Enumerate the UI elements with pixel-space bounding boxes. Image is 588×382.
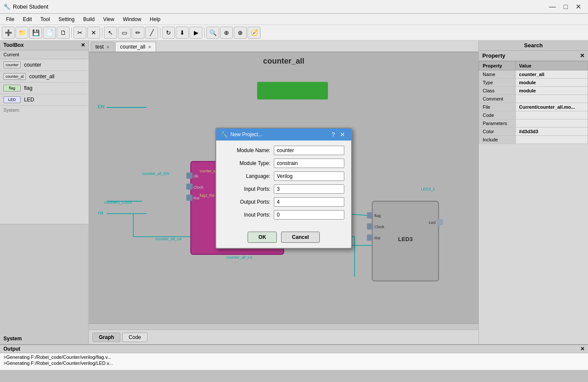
- dialog-input-module-type[interactable]: [274, 159, 344, 168]
- property-close-button[interactable]: ✕: [580, 52, 585, 59]
- main-layout: ToolBox ✕ Current countercountercounter_…: [0, 40, 588, 344]
- tabs-bar: test✕counter_all✕: [89, 40, 478, 52]
- dialog-cancel-button[interactable]: Cancel: [281, 232, 319, 243]
- property-row-color: Color #d3d3d3: [479, 128, 588, 136]
- save-as-button[interactable]: 📄: [43, 27, 56, 39]
- menubar-item-help[interactable]: Help: [146, 15, 165, 24]
- toolbox-item-counter[interactable]: countercounter: [0, 59, 89, 71]
- property-row-type: Type module: [479, 79, 588, 87]
- toolbox-close-button[interactable]: ✕: [81, 42, 85, 48]
- bottom-tab-code[interactable]: Code: [122, 333, 147, 342]
- property-value-3: [515, 95, 588, 103]
- rotate-button[interactable]: ↻: [162, 27, 175, 39]
- dialog-ok-button[interactable]: OK: [248, 232, 277, 243]
- select-box-button[interactable]: ▭: [118, 27, 131, 39]
- save-button[interactable]: 💾: [29, 27, 42, 39]
- canvas-viewport[interactable]: counter_all EN rst counter1_Clock counte…: [89, 52, 478, 324]
- minimize-button[interactable]: —: [545, 2, 559, 12]
- dialog-titlebar: 🔧 New Project... ? ✕: [216, 128, 351, 141]
- cross-button[interactable]: ⊕: [220, 27, 233, 39]
- property-key-6: Parameters: [479, 119, 516, 128]
- system-section-label: System: [0, 106, 89, 224]
- property-value-6: [515, 119, 588, 128]
- output-header: Output ✕: [0, 345, 588, 353]
- property-key-2: Class: [479, 87, 516, 95]
- property-panel: Search Property ✕ Property Value Name co…: [478, 40, 588, 344]
- dialog-input-language[interactable]: [274, 171, 344, 181]
- value-col-header: Value: [515, 61, 588, 70]
- pencil-button[interactable]: ✏: [132, 27, 144, 39]
- toolbox-item-flag[interactable]: flagflag: [0, 83, 89, 94]
- cut-button[interactable]: ✂: [74, 27, 86, 39]
- menubar-item-file[interactable]: File: [2, 15, 18, 24]
- dialog-help-button[interactable]: ?: [330, 131, 337, 138]
- dialog-input-output-ports[interactable]: [274, 197, 344, 207]
- toolbox-label-flag: flag: [24, 85, 32, 91]
- new-button[interactable]: ➕: [2, 27, 15, 39]
- open-button[interactable]: 📁: [15, 27, 28, 39]
- horizontal-scrollbar[interactable]: [89, 324, 478, 330]
- bottom-tabs: GraphCode: [89, 330, 478, 344]
- tab-label-test: test: [95, 44, 104, 50]
- dialog-label-output-ports: Output Ports:: [223, 199, 270, 205]
- property-value-5: [515, 111, 588, 119]
- menubar-item-window[interactable]: Window: [119, 15, 146, 24]
- dialog-input-input-ports[interactable]: [274, 184, 344, 194]
- property-row-name: Name counter_all: [479, 70, 588, 79]
- output-close-button[interactable]: ✕: [580, 346, 585, 352]
- pointer-button[interactable]: ↖: [104, 27, 117, 39]
- toolbox-label-led: LED: [24, 97, 34, 103]
- nav-button[interactable]: 🧭: [248, 27, 260, 39]
- dialog-label-input-ports: Input Ports:: [223, 186, 270, 192]
- toolbox-chip-flag: flag: [3, 85, 21, 92]
- tab-close-test[interactable]: ✕: [106, 45, 110, 49]
- maximize-button[interactable]: □: [560, 2, 571, 12]
- run-button[interactable]: ▶: [190, 27, 202, 39]
- property-key-5: Code: [479, 111, 516, 119]
- delete-button[interactable]: ✕: [87, 27, 100, 39]
- property-row-comment: Comment: [479, 95, 588, 103]
- dialog-row-input-ports: Input Ports:: [223, 184, 344, 194]
- tab-close-counter_all[interactable]: ✕: [148, 45, 151, 49]
- toolbox: ToolBox ✕ Current countercountercounter_…: [0, 40, 89, 344]
- property-value-1: module: [515, 79, 588, 87]
- menubar-item-setting[interactable]: Setting: [54, 15, 79, 24]
- wire-button[interactable]: ╱: [145, 27, 158, 39]
- property-col-header: Property: [479, 61, 516, 70]
- close-button[interactable]: ✕: [572, 2, 585, 12]
- tab-counter_all[interactable]: counter_all✕: [115, 42, 156, 52]
- toolbox-chip-led: LED: [3, 96, 21, 103]
- toolbox-item-led[interactable]: LEDLED: [0, 94, 89, 106]
- dialog-titlebar-controls[interactable]: ? ✕: [330, 131, 347, 138]
- dialog-overlay: 🔧 New Project... ? ✕ Module Name: Module…: [89, 52, 478, 324]
- bottom-tab-graph[interactable]: Graph: [92, 333, 120, 342]
- property-key-8: Include: [479, 136, 516, 144]
- menubar-item-view[interactable]: View: [99, 15, 119, 24]
- output-content: >Generating F:/Robei_code/Counter/verilo…: [0, 353, 588, 370]
- zoom-fit-button[interactable]: 🔍: [206, 27, 219, 39]
- menubar-item-build[interactable]: Build: [79, 15, 99, 24]
- toolbar-separator: [204, 28, 205, 38]
- toolbar-separator: [71, 28, 72, 38]
- output-line-1: >Generating F:/Robei_code/Counter/verilo…: [3, 360, 585, 366]
- dialog-row-module-type: Module Type:: [223, 159, 344, 168]
- dialog-close-button[interactable]: ✕: [338, 131, 347, 138]
- menubar-item-tool[interactable]: Tool: [36, 15, 54, 24]
- toolbox-chip-counter: counter: [3, 61, 21, 68]
- dialog-input-inout-ports[interactable]: [274, 210, 344, 220]
- dialog-title: New Project...: [230, 131, 263, 138]
- property-value-8: [515, 136, 588, 144]
- menubar-item-edit[interactable]: Edit: [18, 15, 36, 24]
- dialog-input-module-name[interactable]: [274, 146, 344, 155]
- add-node-button[interactable]: ⊕: [234, 27, 247, 39]
- tab-test[interactable]: test✕: [91, 42, 114, 52]
- download-button[interactable]: ⬇: [176, 27, 189, 39]
- toolbox-header: ToolBox ✕: [0, 40, 89, 50]
- toolbox-item-counter_all[interactable]: counter_alcounter_all: [0, 71, 89, 83]
- property-key-7: Color: [479, 128, 516, 136]
- property-key-1: Type: [479, 79, 516, 87]
- dialog-label-inout-ports: Inout Ports:: [223, 212, 270, 218]
- titlebar-controls[interactable]: — □ ✕: [545, 2, 585, 12]
- dialog-label-module-type: Module Type:: [223, 160, 270, 166]
- new-file-button[interactable]: 🗋: [57, 27, 70, 39]
